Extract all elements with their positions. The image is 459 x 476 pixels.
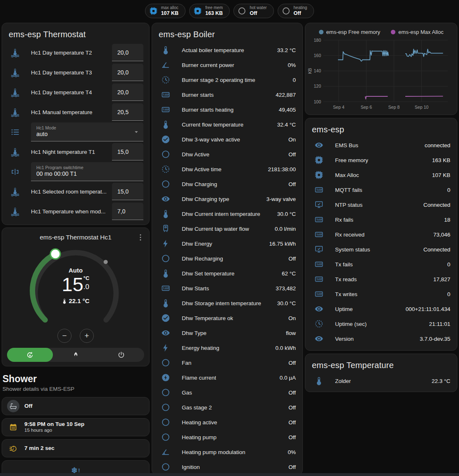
number-input[interactable]: 20,5 [112,103,143,121]
entity-row[interactable]: Max Alloc107 KB [305,167,457,182]
entity-row[interactable]: Dhw ChargingOff [152,177,302,191]
number-input[interactable]: 20,0 [112,44,143,61]
temperature-rows: Zolder22.3 °C [305,373,457,388]
setting-row: Hc1 Day temperature T220,0 [2,43,149,62]
entity-row[interactable]: Dhw Set temperature62 °C [152,266,302,281]
entity-row[interactable]: Energy heating0.0 kWh [152,340,302,355]
entity-row[interactable]: System statusConnected [305,242,457,257]
counter-icon [161,105,170,114]
legend-dot-icon [319,30,323,34]
number-input[interactable]: 20,0 [112,64,143,81]
entity-row[interactable]: Heating pump modulation0% [152,445,302,459]
number-input[interactable]: 15,0 [112,143,143,160]
shower-subtitle: Shower details via EMS-ESP [2,386,149,392]
entity-state: Off [285,181,296,187]
entity-row[interactable]: Actual boiler temperature33.2 °C [152,43,302,57]
entity-row[interactable]: Dhw Charging type3-way valve [152,191,302,206]
entity-row[interactable]: FanOff [152,355,302,370]
entity-row[interactable]: Dhw RechargingOff [152,251,302,266]
entity-row[interactable]: Dhw Starts373,482 [152,281,302,296]
entity-row[interactable]: Dhw Typeflow [152,325,302,340]
more-menu-icon[interactable] [136,233,145,242]
entity-row[interactable]: Tx writes0 [305,287,457,301]
entity-name: Heating active [182,419,217,426]
number-input[interactable]: 7,0 [112,203,143,220]
entity-row[interactable]: Burner starts heating49,405 [152,102,302,117]
status-badge[interactable]: max alloc107 KB [145,4,186,18]
temp-decrease-button[interactable]: − [57,329,71,343]
counter-icon [314,185,323,194]
status-badge[interactable]: heatingOff [278,4,314,18]
entity-row[interactable]: Burner stage 2 operating time0 [152,72,302,87]
entity-row[interactable]: Rx fails18 [305,212,457,227]
entity-state: 107 KB [429,172,450,178]
hvac-mode-fire[interactable] [53,348,99,362]
entity-row[interactable]: Uptime (sec)21:11:01 [305,316,457,331]
legend-item[interactable]: ems-esp Max Alloc [391,29,443,35]
status-badge[interactable]: free mem163 KB [189,4,230,18]
entity-row[interactable]: Flame current0.0 µA [152,370,302,385]
entity-row[interactable]: Rx received73,046 [305,227,457,242]
chart-legend: ems-esp Free memoryems-esp Max Alloc [308,26,454,36]
entity-row[interactable]: NTP statusConnected [305,197,457,212]
legend-label: ems-esp Max Alloc [398,29,443,35]
status-badge[interactable]: hot waterOff [233,4,273,18]
entity-row[interactable]: Dhw 3-way valve activeOn [152,132,302,147]
entity-row[interactable]: Dhw ActiveOff [152,147,302,162]
entity-row[interactable]: Burner starts422,887 [152,87,302,102]
entity-row[interactable]: Tx reads17,827 [305,272,457,287]
counter-icon [314,275,323,284]
shower-tile[interactable]: Off [2,397,150,415]
entity-state: Off [285,464,296,470]
entity-name: MQTT fails [335,187,362,193]
entity-row[interactable]: Zolder22.3 °C [305,373,457,388]
entity-row[interactable]: Uptime000+21:11:01.434 [305,301,457,316]
chip-icon [314,170,323,179]
entity-row[interactable]: Heating activeOff [152,415,302,430]
temp-increase-button[interactable]: + [80,329,94,343]
entity-row[interactable]: Dhw Energy16.75 kWh [152,236,302,251]
entity-state: 30.0 °C [274,211,296,217]
entity-name: Gas stage 2 [182,404,212,411]
number-input[interactable]: 15,0 [112,183,143,200]
entity-name: Rx received [335,232,364,238]
thermostat-dial[interactable]: Auto 15 °C .0 22.1 °C [29,243,122,335]
svg-text:Sep 6: Sep 6 [361,105,372,110]
entity-name: Free memory [335,157,368,163]
entity-row[interactable]: EMS Busconnected [305,138,457,153]
shower-tile[interactable]: 7 min 2 sec [2,439,150,457]
dial-target-temperature: 15 °C .0 [29,275,122,294]
entity-row[interactable]: Dhw Current intern temperature30.0 °C [152,206,302,221]
legend-item[interactable]: ems-esp Free memory [319,29,381,35]
entity-row[interactable]: MQTT fails0 [305,182,457,197]
number-input[interactable]: 20,0 [112,84,143,101]
entity-row[interactable]: Burner current power0% [152,57,302,72]
entity-row[interactable]: Dhw Temperature okOn [152,311,302,325]
chevron-down-icon [133,128,140,136]
entity-name: Dhw Active [182,151,209,158]
dial-target-knob[interactable] [50,249,60,259]
thermometer-icon [161,45,170,55]
text-input[interactable]: Hc1 Program switchtime00 mo 00:00 T1 [31,162,143,181]
flash-icon [161,239,170,248]
format-list-icon [10,127,20,137]
shower-tile[interactable]: 9:58 PM on Tue 10 Sep15 hours ago [2,418,150,436]
hvac-mode-power[interactable] [98,348,144,362]
mode-select[interactable]: Hc1 Modeauto [31,122,143,141]
entity-row[interactable]: Current flow temperature32.4 °C [152,117,302,132]
entity-row[interactable]: Free memory163 KB [305,153,457,167]
entity-name: Uptime [335,306,353,312]
entity-row[interactable]: Dhw Active time2181:38:00 [152,162,302,177]
entity-row[interactable]: Tx fails0 [305,257,457,272]
entity-row[interactable]: Dhw Storage intern temperature30.0 °C [152,296,302,311]
entity-state: Off [285,360,296,366]
entity-row[interactable]: Gas stage 2Off [152,400,302,415]
hvac-mode-auto[interactable] [7,348,53,362]
entity-row[interactable]: IgnitionOff [152,459,302,474]
entity-row[interactable]: Dhw Current tap water flow0.0 l/min [152,221,302,236]
entity-row[interactable]: Version3.7.0-dev.35 [305,331,457,346]
thermometer-icon [161,269,170,278]
entity-row[interactable]: Heating pumpOff [152,430,302,445]
entity-row[interactable]: GasOff [152,385,302,400]
check-circle-icon [161,313,170,323]
